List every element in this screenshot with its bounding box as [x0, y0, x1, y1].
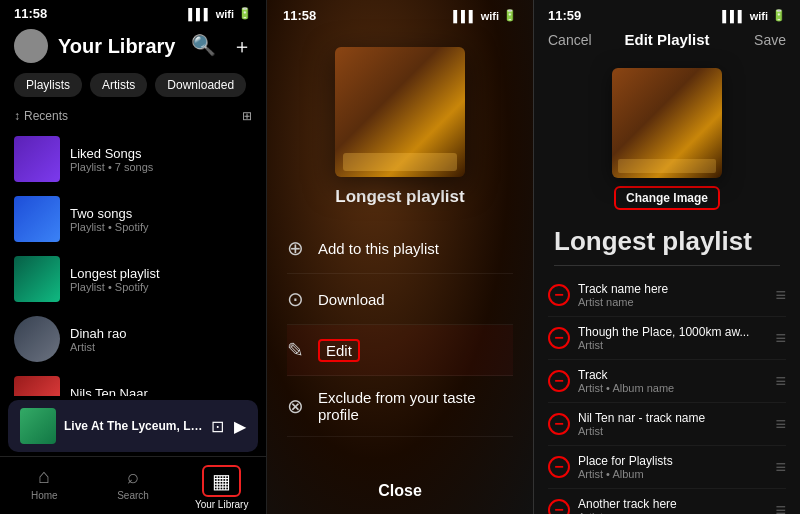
list-thumb-2	[14, 256, 60, 302]
menu-download[interactable]: ⊙ Download	[287, 274, 513, 325]
track-artist-0: Artist name	[578, 296, 767, 308]
wifi-icon-3: wifi	[750, 10, 768, 22]
remove-track-2[interactable]: −	[548, 370, 570, 392]
remove-track-5[interactable]: −	[548, 499, 570, 514]
panel-your-library: 11:58 ▌▌▌ wifi 🔋 Your Library 🔍 ＋ Playli…	[0, 0, 267, 514]
nav-search[interactable]: ⌕ Search	[89, 465, 178, 510]
track-item: − Place for Playlists Artist • Album ≡	[548, 446, 786, 489]
menu-edit-label: Edit	[318, 339, 360, 362]
list-info-0: Liked Songs Playlist • 7 songs	[70, 146, 252, 173]
remove-track-0[interactable]: −	[548, 284, 570, 306]
search-icon[interactable]: 🔍	[191, 33, 216, 60]
time-2: 11:58	[283, 8, 316, 23]
play-icon[interactable]: ▶	[234, 417, 246, 436]
list-thumb-4	[14, 376, 60, 396]
track-info-4: Place for Playlists Artist • Album	[578, 454, 767, 480]
edit-playlist-name: Longest playlist	[534, 216, 800, 261]
menu-add-label: Add to this playlist	[318, 240, 439, 257]
status-icons-1: ▌▌▌ wifi 🔋	[188, 7, 252, 20]
track-item: − Track name here Artist name ≡	[548, 274, 786, 317]
panel-edit-playlist: 11:59 ▌▌▌ wifi 🔋 Cancel Edit Playlist Sa…	[534, 0, 800, 514]
list-info-4: Nils Ten Naar Playlist • Available	[70, 386, 252, 397]
signal-icon-3: ▌▌▌	[722, 10, 745, 22]
track-artist-2: Artist • Album name	[578, 382, 767, 394]
time-3: 11:59	[548, 8, 581, 23]
drag-handle-5[interactable]: ≡	[775, 500, 786, 515]
edit-album-wrap: Change Image	[534, 58, 800, 216]
panel-context-menu: 11:58 ▌▌▌ wifi 🔋 Longest playlist ⊕ Add …	[267, 0, 534, 514]
list-thumb-0	[14, 136, 60, 182]
menu-exclude[interactable]: ⊗ Exclude from your taste profile	[287, 376, 513, 437]
list-name-3: Dinah rao	[70, 326, 252, 341]
list-info-2: Longest playlist Playlist • Spotify	[70, 266, 252, 293]
nav-your-library[interactable]: ▦ Your Library	[177, 465, 266, 510]
filter-artists[interactable]: Artists	[90, 73, 147, 97]
track-info-0: Track name here Artist name	[578, 282, 767, 308]
sort-left: ↕ Recents	[14, 109, 68, 123]
remove-track-1[interactable]: −	[548, 327, 570, 349]
close-button[interactable]: Close	[267, 468, 533, 514]
status-bar-3: 11:59 ▌▌▌ wifi 🔋	[534, 0, 800, 27]
mini-player[interactable]: Live At The Lyceum, London 1975 ⊡ ▶	[8, 400, 258, 452]
add-icon[interactable]: ＋	[232, 33, 252, 60]
sort-icon: ↕	[14, 109, 20, 123]
wifi-icon: wifi	[216, 8, 234, 20]
context-menu: ⊕ Add to this playlist ⊙ Download ✎ Edit…	[267, 223, 533, 468]
grid-icon[interactable]: ⊞	[242, 109, 252, 123]
list-item[interactable]: Nils Ten Naar Playlist • Available	[14, 369, 252, 396]
page-title: Your Library	[58, 35, 181, 58]
track-item: − Another track here Artist ≡	[548, 489, 786, 514]
sort-row: ↕ Recents ⊞	[0, 107, 266, 129]
list-item[interactable]: Dinah rao Artist	[14, 309, 252, 369]
track-artist-3: Artist	[578, 425, 767, 437]
edit-icon: ✎	[287, 338, 304, 362]
list-sub-2: Playlist • Spotify	[70, 281, 252, 293]
menu-download-label: Download	[318, 291, 385, 308]
save-button[interactable]: Save	[727, 32, 787, 48]
add-to-playlist-icon: ⊕	[287, 236, 304, 260]
filter-playlists[interactable]: Playlists	[14, 73, 82, 97]
nav-search-label: Search	[117, 490, 149, 501]
mini-info: Live At The Lyceum, London 1975	[64, 419, 203, 433]
home-icon: ⌂	[38, 465, 50, 488]
avatar[interactable]	[14, 29, 48, 63]
drag-handle-1[interactable]: ≡	[775, 328, 786, 349]
list-item[interactable]: Two songs Playlist • Spotify	[14, 189, 252, 249]
list-name-4: Nils Ten Naar	[70, 386, 252, 397]
drag-handle-4[interactable]: ≡	[775, 457, 786, 478]
remove-track-3[interactable]: −	[548, 413, 570, 435]
filter-downloaded[interactable]: Downloaded	[155, 73, 246, 97]
list-item[interactable]: Liked Songs Playlist • 7 songs	[14, 129, 252, 189]
mini-actions: ⊡ ▶	[211, 417, 246, 436]
list-sub-3: Artist	[70, 341, 252, 353]
track-artist-1: Artist	[578, 339, 767, 351]
mini-thumb	[20, 408, 56, 444]
nav-home[interactable]: ⌂ Home	[0, 465, 89, 510]
drag-handle-2[interactable]: ≡	[775, 371, 786, 392]
list-thumb-1	[14, 196, 60, 242]
edit-title: Edit Playlist	[608, 31, 727, 48]
time-1: 11:58	[14, 6, 47, 21]
status-icons-3: ▌▌▌ wifi 🔋	[722, 9, 786, 22]
signal-icon-2: ▌▌▌	[453, 10, 476, 22]
divider	[554, 265, 780, 266]
nav-library-label: Your Library	[195, 499, 249, 510]
cast-icon[interactable]: ⊡	[211, 417, 224, 436]
playlist-title: Longest playlist	[267, 187, 533, 207]
edit-topbar: Cancel Edit Playlist Save	[534, 27, 800, 58]
track-name-2: Track	[578, 368, 767, 382]
menu-edit[interactable]: ✎ Edit	[287, 325, 513, 376]
menu-add-to-playlist[interactable]: ⊕ Add to this playlist	[287, 223, 513, 274]
drag-handle-3[interactable]: ≡	[775, 414, 786, 435]
cancel-button[interactable]: Cancel	[548, 32, 608, 48]
track-name-3: Nil Ten nar - track name	[578, 411, 767, 425]
change-image-button[interactable]: Change Image	[614, 186, 720, 210]
remove-track-4[interactable]: −	[548, 456, 570, 478]
track-name-4: Place for Playlists	[578, 454, 767, 468]
list-thumb-3	[14, 316, 60, 362]
track-name-0: Track name here	[578, 282, 767, 296]
list-sub-1: Playlist • Spotify	[70, 221, 252, 233]
drag-handle-0[interactable]: ≡	[775, 285, 786, 306]
nav-home-label: Home	[31, 490, 58, 501]
list-item[interactable]: Longest playlist Playlist • Spotify	[14, 249, 252, 309]
